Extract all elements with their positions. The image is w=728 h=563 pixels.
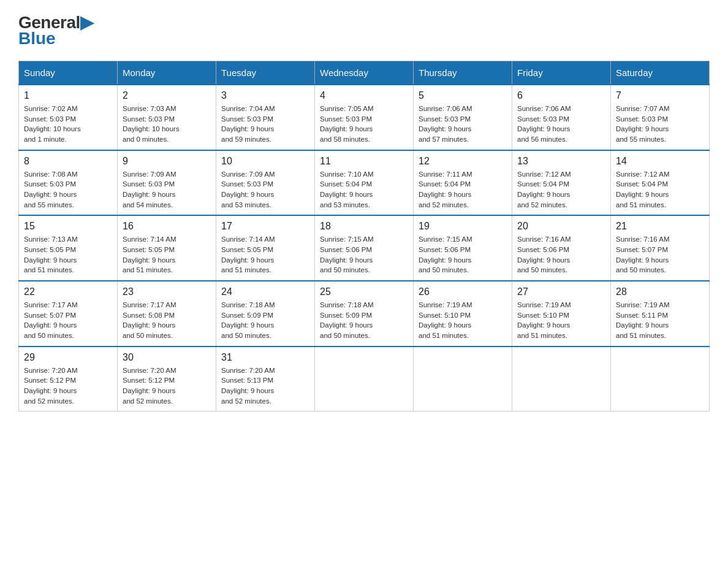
table-row: 11 Sunrise: 7:10 AMSunset: 5:04 PMDaylig… [315,150,414,216]
day-number: 7 [616,90,704,101]
day-info: Sunrise: 7:17 AMSunset: 5:08 PMDaylight:… [123,300,211,341]
day-info: Sunrise: 7:10 AMSunset: 5:04 PMDaylight:… [320,169,408,210]
table-row: 4 Sunrise: 7:05 AMSunset: 5:03 PMDayligh… [315,85,414,150]
table-row: 9 Sunrise: 7:09 AMSunset: 5:03 PMDayligh… [118,150,216,216]
table-row: 8 Sunrise: 7:08 AMSunset: 5:03 PMDayligh… [19,150,118,216]
table-row: 20 Sunrise: 7:16 AMSunset: 5:06 PMDaylig… [512,215,611,281]
day-info: Sunrise: 7:20 AMSunset: 5:13 PMDaylight:… [221,366,309,407]
day-info: Sunrise: 7:06 AMSunset: 5:03 PMDaylight:… [419,104,507,145]
day-info: Sunrise: 7:12 AMSunset: 5:04 PMDaylight:… [517,169,605,210]
day-info: Sunrise: 7:20 AMSunset: 5:12 PMDaylight:… [24,366,112,407]
col-sunday: Sunday [19,61,118,85]
table-row: 5 Sunrise: 7:06 AMSunset: 5:03 PMDayligh… [414,85,512,150]
calendar-week-row: 15 Sunrise: 7:13 AMSunset: 5:05 PMDaylig… [19,215,710,281]
day-number: 21 [616,221,704,232]
day-info: Sunrise: 7:14 AMSunset: 5:05 PMDaylight:… [221,234,309,275]
logo: General▶ Blue [18,12,93,48]
calendar-week-row: 8 Sunrise: 7:08 AMSunset: 5:03 PMDayligh… [19,150,710,216]
day-info: Sunrise: 7:11 AMSunset: 5:04 PMDaylight:… [419,169,507,210]
day-number: 16 [123,221,211,232]
table-row: 19 Sunrise: 7:15 AMSunset: 5:06 PMDaylig… [414,215,512,281]
calendar-week-row: 1 Sunrise: 7:02 AMSunset: 5:03 PMDayligh… [19,85,710,150]
day-info: Sunrise: 7:19 AMSunset: 5:11 PMDaylight:… [616,300,704,341]
day-info: Sunrise: 7:19 AMSunset: 5:10 PMDaylight:… [419,300,507,341]
day-info: Sunrise: 7:19 AMSunset: 5:10 PMDaylight:… [517,300,605,341]
table-row: 1 Sunrise: 7:02 AMSunset: 5:03 PMDayligh… [19,85,118,150]
day-number: 28 [616,286,704,297]
day-number: 9 [123,156,211,167]
day-info: Sunrise: 7:20 AMSunset: 5:12 PMDaylight:… [123,366,211,407]
day-info: Sunrise: 7:17 AMSunset: 5:07 PMDaylight:… [24,300,112,341]
table-row: 30 Sunrise: 7:20 AMSunset: 5:12 PMDaylig… [118,347,216,412]
day-number: 5 [419,90,507,101]
table-row [315,347,414,412]
day-number: 18 [320,221,408,232]
day-number: 6 [517,90,605,101]
day-number: 27 [517,286,605,297]
day-number: 26 [419,286,507,297]
day-info: Sunrise: 7:05 AMSunset: 5:03 PMDaylight:… [320,104,408,145]
day-number: 22 [24,286,112,297]
day-info: Sunrise: 7:16 AMSunset: 5:07 PMDaylight:… [616,234,704,275]
logo-blue-text: Blue [18,29,56,48]
calendar-table: Sunday Monday Tuesday Wednesday Thursday… [18,61,710,412]
table-row: 29 Sunrise: 7:20 AMSunset: 5:12 PMDaylig… [19,347,118,412]
calendar-week-row: 22 Sunrise: 7:17 AMSunset: 5:07 PMDaylig… [19,281,710,347]
day-info: Sunrise: 7:12 AMSunset: 5:04 PMDaylight:… [616,169,704,210]
table-row: 28 Sunrise: 7:19 AMSunset: 5:11 PMDaylig… [611,281,710,347]
day-number: 31 [221,352,309,363]
table-row: 12 Sunrise: 7:11 AMSunset: 5:04 PMDaylig… [414,150,512,216]
day-number: 13 [517,156,605,167]
day-info: Sunrise: 7:15 AMSunset: 5:06 PMDaylight:… [419,234,507,275]
table-row: 15 Sunrise: 7:13 AMSunset: 5:05 PMDaylig… [19,215,118,281]
table-row: 10 Sunrise: 7:09 AMSunset: 5:03 PMDaylig… [216,150,315,216]
table-row: 17 Sunrise: 7:14 AMSunset: 5:05 PMDaylig… [216,215,315,281]
calendar-header-row: Sunday Monday Tuesday Wednesday Thursday… [19,61,710,85]
table-row: 21 Sunrise: 7:16 AMSunset: 5:07 PMDaylig… [611,215,710,281]
day-info: Sunrise: 7:14 AMSunset: 5:05 PMDaylight:… [123,234,211,275]
table-row: 26 Sunrise: 7:19 AMSunset: 5:10 PMDaylig… [414,281,512,347]
day-info: Sunrise: 7:02 AMSunset: 5:03 PMDaylight:… [24,104,112,145]
table-row: 2 Sunrise: 7:03 AMSunset: 5:03 PMDayligh… [118,85,216,150]
day-number: 3 [221,90,309,101]
day-info: Sunrise: 7:18 AMSunset: 5:09 PMDaylight:… [320,300,408,341]
day-number: 19 [419,221,507,232]
table-row: 18 Sunrise: 7:15 AMSunset: 5:06 PMDaylig… [315,215,414,281]
day-number: 20 [517,221,605,232]
day-number: 25 [320,286,408,297]
day-number: 1 [24,90,112,101]
table-row: 22 Sunrise: 7:17 AMSunset: 5:07 PMDaylig… [19,281,118,347]
day-info: Sunrise: 7:06 AMSunset: 5:03 PMDaylight:… [517,104,605,145]
col-friday: Friday [512,61,611,85]
day-number: 30 [123,352,211,363]
table-row [414,347,512,412]
day-info: Sunrise: 7:09 AMSunset: 5:03 PMDaylight:… [123,169,211,210]
table-row: 25 Sunrise: 7:18 AMSunset: 5:09 PMDaylig… [315,281,414,347]
day-info: Sunrise: 7:18 AMSunset: 5:09 PMDaylight:… [221,300,309,341]
table-row: 31 Sunrise: 7:20 AMSunset: 5:13 PMDaylig… [216,347,315,412]
table-row: 3 Sunrise: 7:04 AMSunset: 5:03 PMDayligh… [216,85,315,150]
col-thursday: Thursday [414,61,512,85]
day-number: 15 [24,221,112,232]
col-wednesday: Wednesday [315,61,414,85]
col-tuesday: Tuesday [216,61,315,85]
table-row: 24 Sunrise: 7:18 AMSunset: 5:09 PMDaylig… [216,281,315,347]
day-number: 17 [221,221,309,232]
calendar-week-row: 29 Sunrise: 7:20 AMSunset: 5:12 PMDaylig… [19,347,710,412]
day-number: 12 [419,156,507,167]
col-monday: Monday [118,61,216,85]
table-row [611,347,710,412]
page-header: General▶ Blue [18,12,710,48]
day-info: Sunrise: 7:08 AMSunset: 5:03 PMDaylight:… [24,169,112,210]
table-row: 14 Sunrise: 7:12 AMSunset: 5:04 PMDaylig… [611,150,710,216]
day-number: 8 [24,156,112,167]
day-number: 24 [221,286,309,297]
day-number: 11 [320,156,408,167]
table-row: 6 Sunrise: 7:06 AMSunset: 5:03 PMDayligh… [512,85,611,150]
day-info: Sunrise: 7:03 AMSunset: 5:03 PMDaylight:… [123,104,211,145]
day-info: Sunrise: 7:04 AMSunset: 5:03 PMDaylight:… [221,104,309,145]
day-number: 2 [123,90,211,101]
day-number: 4 [320,90,408,101]
table-row: 23 Sunrise: 7:17 AMSunset: 5:08 PMDaylig… [118,281,216,347]
day-info: Sunrise: 7:07 AMSunset: 5:03 PMDaylight:… [616,104,704,145]
